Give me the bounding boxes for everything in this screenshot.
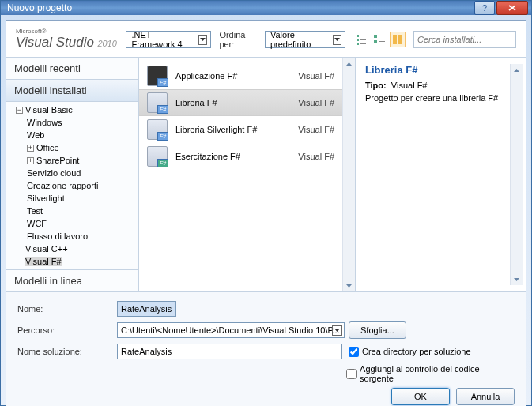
recent-templates-header[interactable]: Modelli recenti [6,58,138,79]
view-small-icons-button[interactable] [353,32,369,47]
svg-rect-7 [374,40,377,43]
template-lang: Visual F# [298,125,334,134]
template-tree: −Visual Basic Windows Web +Office +Share… [6,102,138,269]
details-description: Progetto per creare una libreria F# [365,93,510,103]
tree-node-cloud[interactable]: Servizio cloud [13,167,138,179]
details-icon [392,34,403,45]
ok-button[interactable]: OK [391,388,450,405]
titlebar: Nuovo progetto ? [1,1,531,15]
installed-templates-header[interactable]: Modelli installati [6,79,138,102]
sort-label: Ordina per: [219,30,257,49]
logo-vs: Visual Studio [16,35,94,50]
template-lang: Visual F# [298,71,334,81]
medium-icons-icon [374,34,385,45]
path-input[interactable] [117,322,345,338]
search-box[interactable] [413,31,516,48]
framework-dropdown[interactable]: .NET Framework 4 [126,31,211,48]
create-directory-checkbox[interactable]: Crea directory per soluzione [349,347,471,357]
template-icon: F# [147,119,168,140]
cancel-button[interactable]: Annulla [456,388,515,405]
view-details-button[interactable] [390,32,406,47]
template-list: F# Applicazione F# Visual F# F# Libreria… [139,58,342,291]
search-input[interactable] [417,35,527,44]
template-list-pane: F# Applicazione F# Visual F# F# Libreria… [139,58,356,291]
template-item[interactable]: F# Libreria F# Visual F# [139,89,342,116]
scroll-up-icon[interactable] [511,64,523,76]
template-name: Applicazione F# [175,71,290,81]
template-icon: F# [147,146,168,167]
tree-node-reporting[interactable]: Creazione rapporti [13,179,138,192]
template-lang: Visual F# [298,152,334,161]
toolbar: Microsoft® Visual Studio 2010 .NET Frame… [6,21,526,57]
template-item[interactable]: F# Esercitazione F# Visual F# [139,143,342,170]
details-pane: Libreria F# Tipo: Visual F# Progetto per… [356,58,526,291]
template-name: Libreria F# [175,98,290,107]
close-icon [508,5,516,11]
details-scrollbar[interactable] [510,64,523,285]
template-lang: Visual F# [298,98,334,107]
chevron-down-icon [198,35,207,45]
details-type: Tipo: Visual F# [365,81,510,90]
svg-rect-10 [393,35,397,44]
svg-rect-1 [357,39,359,41]
tree-node-web[interactable]: Web [13,129,138,141]
scroll-up-icon[interactable] [343,58,355,70]
name-input[interactable] [117,301,176,317]
tree-node-wcf[interactable]: WCF [13,217,138,230]
tree-node-windows[interactable]: Windows [13,116,138,129]
close-button[interactable] [496,1,528,15]
template-item[interactable]: F# Applicazione F# Visual F# [139,62,342,89]
name-label: Nome: [17,304,111,314]
svg-rect-5 [360,43,366,44]
tree-node-office[interactable]: +Office [13,141,138,154]
main-area: Modelli recenti Modelli installati −Visu… [6,57,526,291]
browse-button[interactable]: Sfoglia... [349,321,406,339]
template-item[interactable]: F# Libreria Silverlight F# Visual F# [139,116,342,143]
sort-value: Valore predefinito [270,30,328,49]
scroll-down-icon[interactable] [343,280,355,291]
logo-year: 2010 [97,39,116,48]
dialog-window: Nuovo progetto ? Microsoft® Visual Studi… [0,0,532,406]
scroll-down-icon[interactable] [511,273,523,285]
solution-name-input[interactable] [117,344,342,359]
view-medium-icons-button[interactable] [372,32,387,47]
template-name: Libreria Silverlight F# [175,125,290,134]
template-scrollbar[interactable] [342,58,355,291]
tree-node-sharepoint[interactable]: +SharePoint [13,154,138,167]
path-label: Percorso: [17,325,111,335]
left-pane: Modelli recenti Modelli installati −Visu… [6,58,139,291]
tree-node-workflow[interactable]: Flusso di lavoro [13,230,138,242]
template-name: Esercitazione F# [175,152,290,161]
template-icon: F# [147,66,168,86]
logo-ms: Microsoft® [16,28,117,35]
chevron-down-icon[interactable] [332,325,342,336]
tree-node-visual-basic[interactable]: −Visual Basic [13,103,138,116]
svg-rect-4 [360,39,366,40]
help-button[interactable]: ? [474,1,495,15]
solution-name-label: Nome soluzione: [17,347,111,356]
template-icon: F# [147,92,168,113]
chevron-down-icon [333,35,341,45]
svg-rect-8 [379,36,385,36]
tree-node-test[interactable]: Test [13,205,138,217]
view-mode-buttons [353,32,406,47]
svg-rect-6 [374,35,377,38]
svg-rect-2 [357,43,359,45]
sort-dropdown[interactable]: Valore predefinito [265,31,345,48]
framework-value: .NET Framework 4 [131,30,194,49]
tree-node-silverlight[interactable]: Silverlight [13,192,138,205]
add-source-control-checkbox[interactable]: Aggiungi al controllo del codice sorgent… [346,364,515,383]
tree-node-visual-fsharp[interactable]: Visual F# [13,255,138,268]
bottom-panel: Nome: Percorso: Sfoglia... Nome soluzion… [6,291,526,406]
online-templates-header[interactable]: Modelli in linea [6,269,138,291]
details-title: Libreria F# [365,64,510,76]
dialog-body: Microsoft® Visual Studio 2010 .NET Frame… [6,20,526,406]
svg-rect-0 [357,35,359,37]
svg-rect-9 [379,41,385,42]
small-icons-icon [356,34,367,45]
logo: Microsoft® Visual Studio 2010 [16,28,118,51]
svg-rect-11 [398,35,402,44]
tree-node-visual-cpp[interactable]: Visual C++ [13,242,138,255]
svg-rect-3 [360,36,366,36]
window-title: Nuovo progetto [7,2,473,13]
